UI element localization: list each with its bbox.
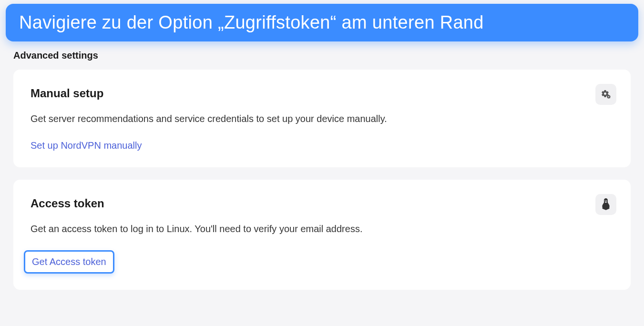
manual-setup-description: Get server recommendations and service c…	[31, 112, 613, 126]
access-token-title: Access token	[31, 197, 613, 210]
manual-setup-card: Manual setup Get server recommendations …	[13, 70, 631, 167]
linux-icon	[595, 194, 616, 215]
gears-icon	[595, 84, 616, 105]
get-access-token-link[interactable]: Get Access token	[24, 250, 114, 274]
cards-container: Manual setup Get server recommendations …	[0, 70, 644, 290]
manual-setup-title: Manual setup	[31, 87, 613, 100]
access-token-description: Get an access token to log in to Linux. …	[31, 222, 613, 236]
instruction-banner: Navigiere zu der Option „Zugriffstoken“ …	[6, 4, 638, 41]
instruction-text: Navigiere zu der Option „Zugriffstoken“ …	[19, 12, 484, 32]
access-token-card: Access token Get an access token to log …	[13, 180, 631, 290]
setup-nordvpn-manually-link[interactable]: Set up NordVPN manually	[31, 140, 142, 151]
section-heading: Advanced settings	[13, 50, 644, 61]
